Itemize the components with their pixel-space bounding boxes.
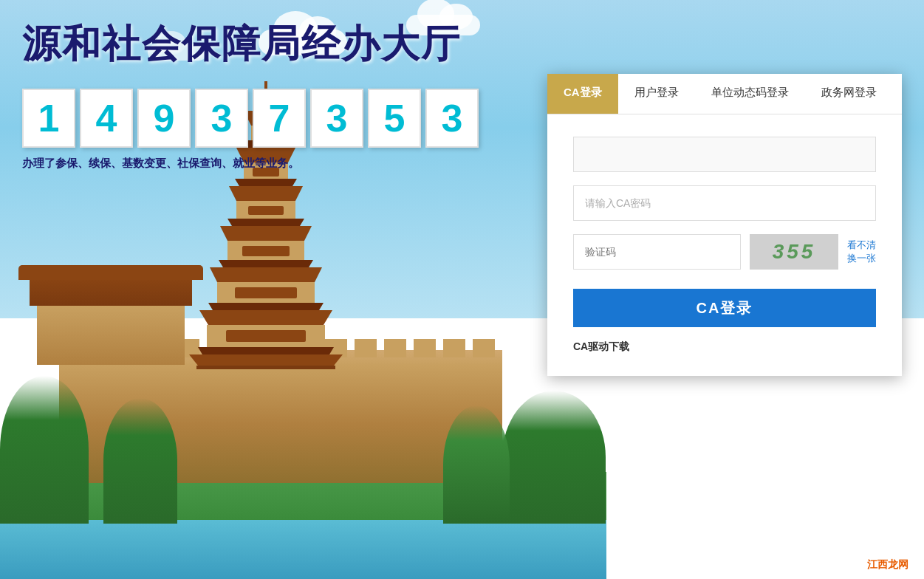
svg-marker-12 [219, 260, 313, 267]
svg-marker-15 [208, 303, 324, 310]
ca-password-group [573, 185, 876, 221]
ca-password-input[interactable] [573, 185, 876, 221]
watermark: 江西龙网 [863, 557, 913, 573]
trees-left [0, 376, 89, 524]
tab-unit-login[interactable]: 单位动态码登录 [695, 74, 805, 114]
tree-right2 [443, 405, 510, 524]
counter-digits: 1 4 9 3 7 3 5 3 [22, 89, 479, 148]
svg-marker-10 [220, 226, 312, 241]
login-panel: CA登录 用户登录 单位动态码登录 政务网登录 355 看不清 换一张 CA [547, 74, 902, 376]
tree-mid [103, 398, 177, 524]
login-tabs: CA登录 用户登录 单位动态码登录 政务网登录 [547, 74, 902, 114]
svg-rect-26 [226, 330, 306, 342]
captcha-refresh-line2: 换一张 [847, 252, 876, 265]
captcha-refresh-button[interactable]: 看不清 换一张 [847, 239, 876, 265]
captcha-input[interactable] [573, 234, 741, 270]
svg-marker-13 [210, 267, 322, 282]
tab-user-login[interactable]: 用户登录 [618, 74, 695, 114]
trees-right [502, 391, 606, 524]
ca-download-link[interactable]: CA驱动下载 [573, 340, 876, 354]
login-form: 355 看不清 换一张 CA登录 CA驱动下载 [547, 114, 902, 376]
svg-rect-25 [235, 287, 297, 298]
ca-select-group [573, 137, 876, 172]
ca-select-input[interactable] [573, 137, 876, 172]
svg-marker-6 [235, 179, 297, 186]
svg-rect-23 [248, 206, 284, 215]
svg-marker-9 [227, 219, 304, 226]
svg-marker-7 [229, 186, 303, 201]
digit-2: 4 [80, 89, 133, 148]
ground-water [0, 520, 606, 579]
digit-3: 9 [137, 89, 191, 148]
digit-5: 7 [253, 89, 306, 148]
digit-7: 5 [368, 89, 421, 148]
svg-marker-16 [199, 310, 332, 325]
header-title-section: 源和社会保障局经办大厅 [0, 7, 924, 81]
svg-rect-20 [196, 366, 335, 369]
captcha-image: 355 [750, 234, 838, 270]
captcha-group: 355 看不清 换一张 [573, 234, 876, 270]
captcha-refresh-line1: 看不清 [847, 239, 876, 252]
svg-marker-18 [198, 347, 334, 354]
page-title: 源和社会保障局经办大厅 [22, 18, 902, 70]
counter-section: 1 4 9 3 7 3 5 3 办理了参保、续保、基数变更、社保查询、就业等业务… [22, 89, 479, 171]
digit-6: 3 [310, 89, 363, 148]
tab-gov-login[interactable]: 政务网登录 [805, 74, 893, 114]
counter-description: 办理了参保、续保、基数变更、社保查询、就业等业务。 [22, 157, 391, 171]
ca-login-button[interactable]: CA登录 [573, 289, 876, 327]
svg-marker-19 [189, 354, 343, 366]
digit-4: 3 [195, 89, 248, 148]
digit-1: 1 [22, 89, 75, 148]
digit-8: 3 [425, 89, 479, 148]
captcha-row: 355 看不清 换一张 [573, 234, 876, 270]
svg-rect-24 [242, 246, 290, 256]
tab-ca-login[interactable]: CA登录 [547, 74, 618, 114]
